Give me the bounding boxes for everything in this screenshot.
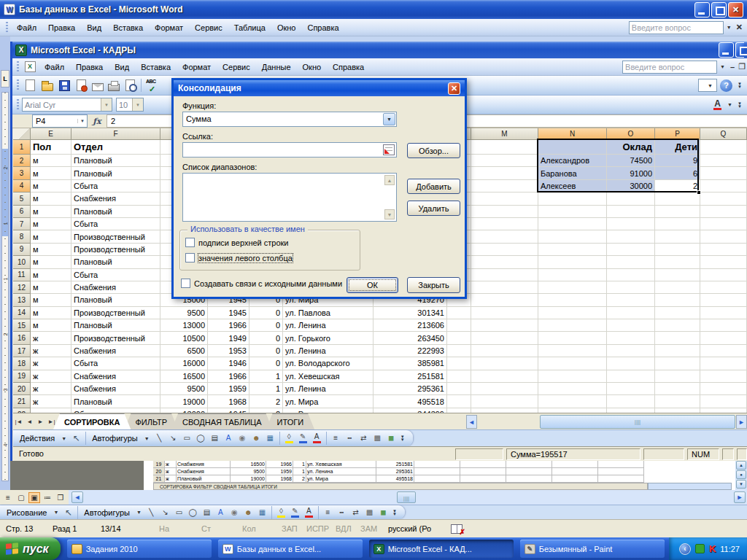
create-links-checkbox[interactable] <box>181 279 190 288</box>
cell-Q20[interactable] <box>700 383 747 395</box>
cell-E6[interactable]: м <box>31 206 71 218</box>
picture-icon[interactable]: ▦ <box>263 432 277 445</box>
arrow-icon[interactable]: ↘ <box>166 432 180 445</box>
cell-M8[interactable] <box>471 230 538 243</box>
chevron-down-icon[interactable]: ▼ <box>383 113 395 125</box>
cell-M13[interactable] <box>471 294 538 306</box>
insert-function-icon[interactable]: ƒx <box>88 114 107 128</box>
cell-L16[interactable] <box>447 332 471 344</box>
cell-F16[interactable]: Производственный <box>71 332 160 344</box>
font-color-icon[interactable]: А <box>310 432 324 445</box>
3d-icon[interactable]: ◼ <box>376 506 390 519</box>
cell-N16[interactable] <box>538 332 607 344</box>
rectangle-icon[interactable]: ▭ <box>180 432 194 445</box>
line-icon[interactable]: ╲ <box>152 432 166 445</box>
cell-Q17[interactable] <box>700 345 747 357</box>
cell-Q10[interactable] <box>700 256 747 268</box>
cell-K15[interactable]: 213606 <box>374 319 447 332</box>
cell-M15[interactable] <box>471 319 538 332</box>
cell-P6[interactable] <box>655 206 700 218</box>
cell-K21[interactable]: 495518 <box>374 395 447 408</box>
chevron-down-icon[interactable]: ▼ <box>724 25 735 30</box>
reading-layout-icon[interactable]: ❒ <box>55 492 66 503</box>
menu-item-Формат[interactable]: Формат <box>177 61 217 74</box>
cell-Q8[interactable] <box>700 230 747 243</box>
cell-M12[interactable] <box>471 281 538 294</box>
cell-J15[interactable]: ул. Ленина <box>283 319 374 332</box>
word-close-button[interactable] <box>728 2 743 18</box>
diagram-icon[interactable]: ◉ <box>236 432 249 445</box>
menu-item-Справка[interactable]: Справка <box>327 61 370 74</box>
cell-L20[interactable] <box>447 383 471 395</box>
row-header-11[interactable]: 11 <box>13 269 31 281</box>
toolbar-options-icon[interactable]: ▼▼ <box>398 432 407 445</box>
cell-P21[interactable] <box>655 395 700 408</box>
rectangle-icon[interactable]: ▭ <box>172 506 186 519</box>
save-icon[interactable] <box>59 80 70 91</box>
cell-E11[interactable]: м <box>31 269 71 281</box>
cell-G15[interactable]: 13000 <box>160 319 208 332</box>
cell-E14[interactable]: м <box>31 307 71 319</box>
fill-color-icon[interactable]: ◊ <box>274 506 288 519</box>
sheet-tab-ИТОГИ[interactable]: ИТОГИ <box>266 413 315 429</box>
cell-I17[interactable]: 0 <box>249 345 283 357</box>
top-row-checkbox[interactable] <box>185 238 195 247</box>
menu-item-Вставка[interactable]: Вставка <box>107 21 149 34</box>
cell-I14[interactable]: 0 <box>249 307 283 319</box>
cell-M18[interactable] <box>471 357 538 370</box>
cell-H19[interactable]: 1966 <box>208 370 249 383</box>
cell-E1[interactable]: Пол <box>31 140 71 155</box>
shadow-icon[interactable]: ▩ <box>371 432 384 445</box>
cell-P5[interactable] <box>655 192 700 205</box>
toolbar-grip[interactable] <box>17 61 19 73</box>
next-page-icon[interactable]: ▼ <box>736 480 746 489</box>
line-style-icon[interactable]: ≡ <box>329 432 343 445</box>
clipart-icon[interactable]: ☻ <box>241 506 255 519</box>
cell-E2[interactable]: м <box>31 155 71 167</box>
row-header-18[interactable]: 18 <box>13 357 31 370</box>
font-color-icon[interactable]: А <box>711 98 724 112</box>
menu-Автофигуры[interactable]: Автофигуры <box>88 434 142 443</box>
cell-Q3[interactable] <box>700 167 747 179</box>
cell-O6[interactable] <box>607 206 655 218</box>
menu-item-Файл[interactable]: Файл <box>39 61 70 74</box>
cell-N1[interactable] <box>538 140 607 155</box>
scrollbar-thumb[interactable] <box>397 491 416 503</box>
cell-O18[interactable] <box>607 357 655 370</box>
cell-L19[interactable] <box>447 370 471 383</box>
cell-P3[interactable]: 6 <box>655 167 700 179</box>
line-color-icon[interactable]: ✎ <box>296 432 310 445</box>
cell-N17[interactable] <box>538 345 607 357</box>
cell-P11[interactable] <box>655 269 700 281</box>
menu-close-icon[interactable]: ✕ <box>735 23 747 32</box>
cell-K19[interactable]: 251581 <box>374 370 447 383</box>
web-layout-icon[interactable]: ▢ <box>15 492 27 503</box>
cell-K18[interactable]: 385981 <box>374 357 447 370</box>
toolbar-grip[interactable] <box>6 22 8 34</box>
row-header-13[interactable]: 13 <box>13 294 31 306</box>
cell-E16[interactable]: ж <box>31 332 71 344</box>
line-icon[interactable]: ╲ <box>144 506 158 519</box>
cell-M20[interactable] <box>471 383 538 395</box>
word-vertical-scrollbar[interactable]: ▲ ● ▼ <box>735 461 747 490</box>
column-header-F[interactable]: F <box>71 128 160 140</box>
cell-N18[interactable] <box>538 357 607 370</box>
cell-L14[interactable] <box>447 307 471 319</box>
oval-icon[interactable]: ◯ <box>194 432 208 445</box>
cell-O20[interactable] <box>607 383 655 395</box>
cell-M14[interactable] <box>471 307 538 319</box>
cell-N5[interactable] <box>538 192 607 205</box>
font-color-icon[interactable]: А <box>302 506 316 519</box>
cell-F12[interactable]: Снабжения <box>71 281 160 294</box>
cell-Q19[interactable] <box>700 370 747 383</box>
cell-F19[interactable]: Снабжения <box>71 370 160 383</box>
menu-item-Файл[interactable]: Файл <box>11 21 42 34</box>
cell-O4[interactable]: 30000 <box>607 180 655 192</box>
fill-color-icon[interactable]: ◊ <box>282 432 296 445</box>
cell-P18[interactable] <box>655 357 700 370</box>
row-header-7[interactable]: 7 <box>13 218 31 230</box>
chevron-down-icon[interactable]: ▼ <box>142 436 152 441</box>
row-header-1[interactable]: 1 <box>13 140 31 155</box>
cell-Q7[interactable] <box>700 218 747 230</box>
taskbar-task-word[interactable]: WБазы данных в Excel... <box>218 540 363 558</box>
